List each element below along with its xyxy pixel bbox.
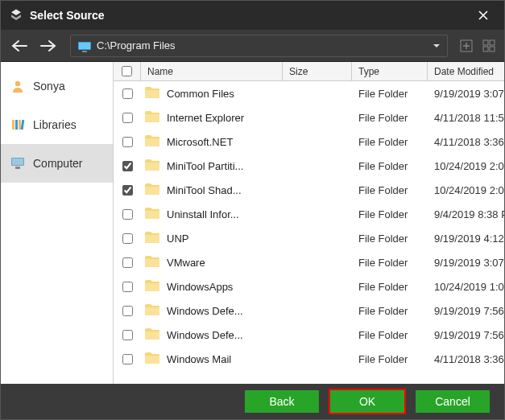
row-checkbox[interactable]: [122, 354, 133, 364]
folder-icon: [144, 159, 160, 174]
column-type[interactable]: Type: [352, 62, 428, 80]
folder-icon: [144, 352, 160, 367]
file-name: MiniTool Shad...: [167, 184, 242, 196]
dialog-window: Select Source C:\Program Files Sony: [0, 0, 505, 420]
path-bar[interactable]: C:\Program Files: [70, 35, 448, 57]
row-checkbox[interactable]: [122, 330, 133, 340]
user-icon: [10, 79, 25, 93]
file-date: 9/19/2019 7:56 ...: [428, 329, 504, 341]
row-checkbox[interactable]: [122, 233, 133, 244]
folder-icon: [144, 134, 160, 150]
body: SonyaLibrariesComputer Name Size Type Da…: [1, 62, 504, 384]
close-button[interactable]: [469, 1, 498, 30]
column-size[interactable]: Size: [283, 62, 352, 80]
column-header: Name Size Type Date Modified: [114, 62, 504, 81]
table-row[interactable]: Common FilesFile Folder9/19/2019 3:07 ..…: [114, 81, 504, 105]
table-row[interactable]: MiniTool Partiti...File Folder10/24/2019…: [114, 154, 504, 178]
nav-forward-button[interactable]: [36, 34, 60, 58]
svg-rect-14: [12, 159, 23, 165]
folder-icon: [144, 86, 160, 101]
folder-icon: [144, 327, 160, 343]
svg-rect-7: [490, 47, 495, 51]
svg-rect-11: [19, 120, 21, 130]
table-row[interactable]: VMwareFile Folder9/19/2019 3:07 ...: [114, 250, 504, 274]
file-rows[interactable]: Common FilesFile Folder9/19/2019 3:07 ..…: [114, 81, 504, 384]
row-checkbox[interactable]: [122, 185, 133, 196]
computer-path-icon: [77, 41, 90, 51]
file-name: WindowsApps: [167, 281, 233, 293]
folder-icon: [144, 183, 160, 198]
row-checkbox[interactable]: [122, 137, 133, 147]
table-row[interactable]: UNPFile Folder9/19/2019 4:12 ...: [114, 226, 504, 250]
file-name: MiniTool Partiti...: [167, 160, 243, 172]
table-row[interactable]: Internet ExplorerFile Folder4/11/2018 11…: [114, 105, 504, 130]
table-row[interactable]: Windows MailFile Folder4/11/2018 3:36 ..…: [114, 347, 504, 371]
row-checkbox[interactable]: [122, 89, 133, 99]
file-date: 10/24/2019 2:0...: [428, 184, 504, 196]
table-row[interactable]: WindowsAppsFile Folder10/24/2019 1:0...: [114, 274, 504, 299]
path-text: C:\Program Files: [97, 39, 176, 51]
window-title: Select Source: [30, 9, 469, 22]
sidebar-item-label: Sonya: [33, 80, 65, 93]
row-checkbox[interactable]: [122, 306, 133, 316]
cancel-button[interactable]: Cancel: [416, 390, 490, 413]
titlebar: Select Source: [1, 1, 504, 30]
file-name: Common Files: [167, 88, 234, 100]
svg-rect-1: [79, 43, 90, 49]
row-checkbox[interactable]: [122, 161, 133, 171]
file-date: 4/11/2018 11:5...: [428, 112, 504, 124]
file-name: UNP: [167, 233, 188, 245]
back-button[interactable]: Back: [245, 390, 319, 413]
file-name: Windows Defe...: [167, 305, 243, 317]
file-date: 9/19/2019 3:07 ...: [428, 257, 504, 269]
row-checkbox[interactable]: [122, 282, 133, 292]
file-type: File Folder: [352, 136, 428, 148]
column-name[interactable]: Name: [141, 62, 283, 80]
table-row[interactable]: Windows Defe...File Folder9/19/2019 7:56…: [114, 323, 504, 347]
file-name: Internet Explorer: [167, 112, 244, 124]
column-checkbox[interactable]: [114, 62, 141, 80]
ok-button[interactable]: OK: [330, 390, 404, 413]
file-name: Microsoft.NET: [167, 136, 233, 148]
toolbar: C:\Program Files: [1, 30, 504, 62]
row-checkbox[interactable]: [122, 113, 133, 123]
column-date[interactable]: Date Modified: [428, 62, 504, 80]
file-type: File Folder: [352, 160, 428, 172]
sidebar-item-sonya[interactable]: Sonya: [1, 67, 113, 105]
sidebar-item-libraries[interactable]: Libraries: [1, 105, 113, 144]
file-type: File Folder: [352, 208, 428, 220]
svg-rect-12: [21, 120, 25, 130]
file-date: 4/11/2018 3:36 ...: [428, 353, 504, 365]
select-all-checkbox[interactable]: [122, 66, 132, 76]
svg-point-8: [15, 81, 20, 86]
file-type: File Folder: [352, 112, 428, 124]
sidebar-item-label: Libraries: [33, 118, 77, 131]
table-row[interactable]: Windows Defe...File Folder9/19/2019 7:56…: [114, 299, 504, 323]
view-grid-icon[interactable]: [480, 37, 498, 55]
svg-rect-4: [483, 40, 488, 45]
file-date: 10/24/2019 2:0...: [428, 160, 504, 172]
sidebar-item-computer[interactable]: Computer: [1, 144, 113, 183]
file-name: Windows Defe...: [167, 329, 243, 341]
new-folder-icon[interactable]: [457, 37, 475, 55]
folder-icon: [144, 279, 160, 294]
row-checkbox[interactable]: [122, 257, 133, 268]
table-row[interactable]: Microsoft.NETFile Folder4/11/2018 3:36 .…: [114, 130, 504, 154]
table-row[interactable]: MiniTool Shad...File Folder10/24/2019 2:…: [114, 178, 504, 202]
folder-icon: [144, 231, 160, 246]
nav-back-button[interactable]: [7, 34, 31, 58]
file-type: File Folder: [352, 305, 428, 317]
footer: Back OK Cancel: [1, 384, 504, 419]
file-date: 9/19/2019 3:07 ...: [428, 88, 504, 100]
path-dropdown-icon[interactable]: [433, 39, 441, 51]
row-checkbox[interactable]: [122, 209, 133, 220]
file-name: Uninstall Infor...: [167, 208, 239, 220]
table-row[interactable]: Uninstall Infor...File Folder9/4/2019 8:…: [114, 202, 504, 226]
computer-icon: [10, 156, 25, 171]
svg-rect-9: [12, 120, 14, 130]
svg-rect-5: [490, 40, 495, 45]
file-type: File Folder: [352, 184, 428, 196]
file-type: File Folder: [352, 353, 428, 365]
file-date: 9/4/2019 8:38 PM: [428, 208, 504, 220]
file-name: VMware: [167, 257, 205, 269]
